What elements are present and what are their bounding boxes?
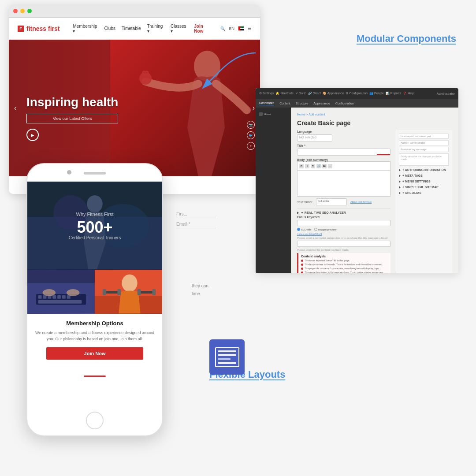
- cms-meta-desc-input[interactable]: [297, 241, 390, 247]
- nav-membership[interactable]: Membership ▾: [73, 24, 98, 33]
- svg-rect-26: [117, 289, 121, 295]
- cms-title-bar: [377, 154, 390, 155]
- phone-hero-section: Why Fitness First 500+ Certified Persona…: [27, 182, 162, 270]
- hero-prev-button[interactable]: ‹: [14, 104, 16, 112]
- cms-mockup: ⚙ Settings ⭐ Shortcuts ↗ Go to 🔗 Direct …: [256, 88, 458, 273]
- cms-tab-configuration[interactable]: Configuration: [335, 102, 354, 105]
- cms-tab-content[interactable]: Content: [279, 102, 290, 105]
- cms-nav-goto[interactable]: ↗ Go to: [295, 92, 306, 95]
- cms-more-btn[interactable]: …: [328, 164, 332, 168]
- cms-focus-input[interactable]: [297, 220, 390, 226]
- phone-why-text: Why Fitness First: [76, 212, 114, 217]
- twitter-icon[interactable]: 🐦: [247, 131, 255, 139]
- nav-classes[interactable]: Classes ▾: [171, 24, 188, 33]
- cms-admin-label: Administrator: [437, 92, 455, 95]
- cms-content-analysis: Content analysis The focus keyword doesn…: [297, 253, 390, 273]
- play-button[interactable]: ▶: [26, 129, 39, 141]
- first-name-field[interactable]: Firs...: [176, 212, 216, 218]
- phone-card-title: Membership Options: [34, 320, 155, 327]
- cms-language-row: Language Not selected: [297, 130, 390, 141]
- cms-seo-triangle: [297, 212, 299, 214]
- close-icon[interactable]: [13, 9, 18, 13]
- facebook-icon[interactable]: f: [247, 142, 255, 150]
- cms-link-btn[interactable]: 🔗: [316, 164, 321, 168]
- layout-line-short: [218, 358, 231, 360]
- cms-tab-dashboard[interactable]: Dashboard: [259, 101, 274, 105]
- cms-language-value: Not selected: [298, 135, 332, 140]
- cms-about-formats[interactable]: About text formats: [350, 201, 372, 203]
- cms-text-format-select[interactable]: Full editor: [316, 198, 347, 205]
- maximize-icon[interactable]: [27, 9, 32, 13]
- hero-cta-button[interactable]: View our Latest Offers: [26, 114, 118, 123]
- cms-last-saved-field: Last saved: not saved yet: [399, 134, 449, 139]
- time-line: time.: [192, 290, 210, 298]
- cms-editor-body[interactable]: [297, 170, 390, 197]
- svg-rect-17: [67, 295, 71, 299]
- cms-analysis-text-3: The page title contains 0 characters, se…: [305, 267, 379, 270]
- cms-title-group: Title *: [297, 144, 390, 156]
- menu-icon[interactable]: ☰: [248, 26, 251, 31]
- cms-radio-item-1[interactable]: SEO title: [297, 228, 312, 231]
- svg-point-1: [139, 72, 152, 85]
- cms-left-form: Language Not selected Title *: [297, 130, 390, 273]
- lang-label: EN: [229, 26, 234, 31]
- search-icon[interactable]: 🔍: [220, 26, 225, 31]
- cms-analysis-item-1: The focus keyword doesn't fill in this p…: [301, 259, 388, 262]
- hero-next-button[interactable]: ›: [253, 104, 255, 112]
- cms-radio-empty: [314, 228, 317, 231]
- nav-training[interactable]: Training ▾: [147, 24, 164, 33]
- svg-rect-28: [138, 289, 141, 295]
- phone-img-left: [27, 270, 95, 314]
- cms-bullet-3: [301, 268, 303, 270]
- email-field[interactable]: Email *: [176, 222, 216, 228]
- cms-nav-people[interactable]: 👥 People: [369, 92, 384, 95]
- cms-title-label: Title *: [297, 144, 390, 147]
- cms-nav-help[interactable]: ❓ Help: [403, 92, 414, 95]
- cms-sidebar: Home: [256, 108, 291, 273]
- svg-rect-12: [43, 295, 47, 299]
- cms-topbar: ⚙ Settings ⭐ Shortcuts ↗ Go to 🔗 Direct …: [256, 88, 458, 99]
- phone-join-button[interactable]: Join Now: [46, 347, 143, 360]
- they-can-line: they can.: [192, 282, 210, 290]
- cms-title-input[interactable]: [297, 149, 390, 156]
- cms-nav-settings[interactable]: ⚙ Settings: [259, 92, 274, 95]
- cms-sitemap-label: + SIMPLE XML SITEMAP: [402, 186, 439, 189]
- cms-tab-appearance[interactable]: Appearance: [313, 102, 330, 105]
- cms-language-group: Language Not selected: [297, 130, 332, 141]
- cms-bold-btn[interactable]: B: [299, 164, 304, 168]
- cms-meta-tags-section: + META TAGS: [399, 174, 449, 177]
- cms-editor-layout: Language Not selected Title *: [297, 130, 452, 273]
- cms-url-alias-header: + URL ALIAS: [399, 191, 449, 194]
- cms-nav-appearance[interactable]: 🎨 Appearance: [323, 92, 344, 95]
- svg-rect-25: [103, 289, 106, 295]
- cms-nav-shortcuts[interactable]: ⭐ Shortcuts: [275, 92, 294, 95]
- instagram-icon[interactable]: 📷: [247, 121, 255, 129]
- cms-analysis-text-4: The meta description is 0 characters lon…: [305, 271, 383, 273]
- nav-clubs[interactable]: Clubs: [104, 26, 115, 31]
- cms-italic-btn[interactable]: I: [305, 164, 309, 168]
- cms-language-select[interactable]: Not selected: [297, 134, 332, 141]
- svg-point-20: [67, 289, 80, 296]
- ff-logo: F fitness first: [18, 25, 60, 32]
- nav-join-now[interactable]: Join Now: [194, 24, 212, 33]
- layout-line-bot: [218, 362, 236, 364]
- phone-home-button[interactable]: [86, 412, 104, 429]
- cms-revision-textarea[interactable]: Briefly describe the changes you have ma…: [399, 153, 449, 166]
- phone-speaker: [84, 172, 106, 175]
- cms-nav-config[interactable]: ⚙ Configuration: [346, 92, 368, 95]
- minimize-icon[interactable]: [20, 9, 25, 13]
- cms-radio-item-2[interactable]: snippet preview: [314, 228, 337, 231]
- nav-timetable[interactable]: Timetable: [122, 26, 141, 31]
- cms-format-btn[interactable]: ¶: [311, 164, 315, 168]
- phone-number: 500+: [77, 219, 112, 235]
- phone-subtitle: Certified Personal Trainers: [69, 235, 121, 240]
- cms-tab-structure[interactable]: Structure: [296, 102, 308, 105]
- cms-sidebar-item[interactable]: Home: [257, 111, 289, 117]
- cms-img-btn[interactable]: 🖼: [322, 164, 327, 168]
- cms-editor-toolbar: B I ¶ 🔗 🖼 …: [297, 161, 390, 170]
- cms-meta-hint: Please describe the content you have mad…: [297, 249, 390, 251]
- cms-nav-direct[interactable]: 🔗 Direct: [308, 92, 321, 95]
- modular-components-label: Modular Components: [357, 33, 456, 45]
- cms-nav-reports[interactable]: 📊 Reports: [386, 92, 401, 95]
- form-fields-area: Firs... Email *: [176, 212, 216, 228]
